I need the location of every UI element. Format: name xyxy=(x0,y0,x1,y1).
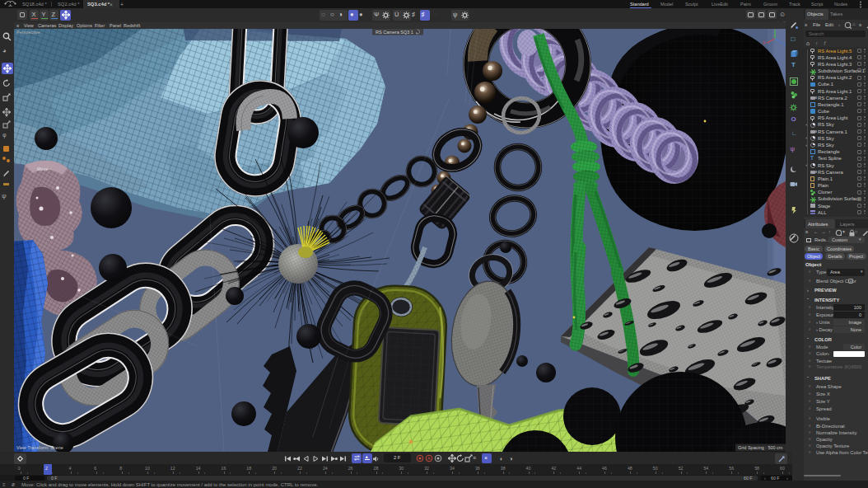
svg-text:Perspective: Perspective xyxy=(16,30,40,35)
svg-text:RS Camera SQ3 1: RS Camera SQ3 1 xyxy=(376,30,413,35)
svg-text:Move: Move xyxy=(37,167,48,171)
svg-text:Grid Spacing : 500 cm: Grid Spacing : 500 cm xyxy=(738,445,783,450)
svg-text:View Transform: Scene: View Transform: Scene xyxy=(16,445,63,450)
svg-text:A: A xyxy=(427,456,431,461)
